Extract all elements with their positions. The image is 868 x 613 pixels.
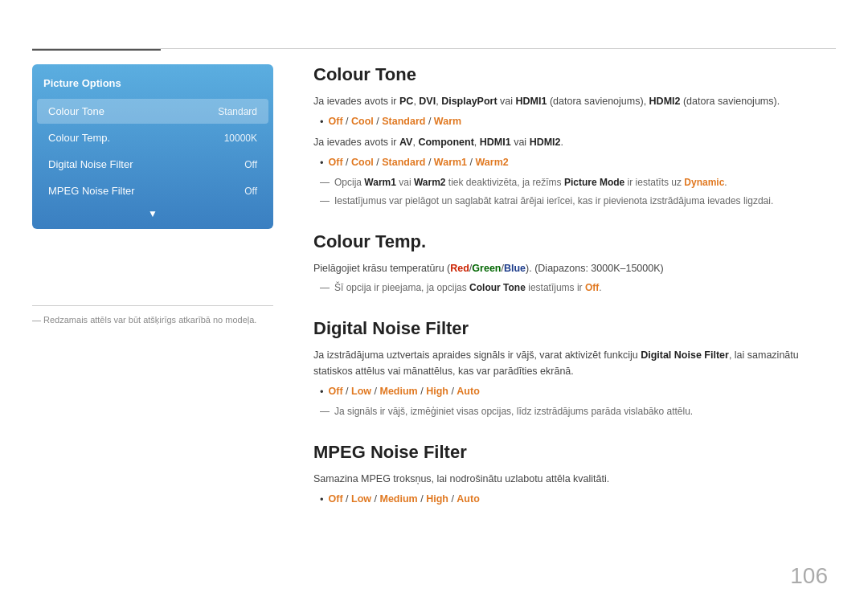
section-mpeg-noise-body: Samazina MPEG troksņus, lai nodrošinātu … [313, 471, 836, 509]
em-dash-2: ― [320, 194, 330, 209]
menu-item-mpeg-noise[interactable]: MPEG Noise Filter Off [37, 178, 268, 203]
colour-temp-para1: Pielāgojiet krāsu temperatūru (Red/Green… [313, 260, 836, 276]
menu-item-mpeg-noise-label: MPEG Noise Filter [48, 185, 135, 197]
section-digital-noise: Digital Noise Filter Ja izstrādājuma uzt… [313, 318, 836, 419]
digital-noise-note1-text: Ja signāls ir vājš, izmēģiniet visas opc… [334, 404, 693, 419]
colour-temp-note1: ― Šī opcija ir pieejama, ja opcijas Colo… [320, 280, 836, 296]
digital-noise-bullet1-text: Off / Low / Medium / High / Auto [329, 383, 480, 399]
colour-temp-note1-text: Šī opcija ir pieejama, ja opcijas Colour… [334, 280, 602, 296]
section-colour-temp-title: Colour Temp. [313, 231, 836, 252]
colour-tone-note2: ― Iestatījumus var pielāgot un saglabāt … [320, 194, 836, 209]
section-colour-tone: Colour Tone Ja ievades avots ir PC, DVI,… [313, 64, 836, 209]
menu-item-digital-noise-label: Digital Noise Filter [48, 158, 133, 170]
colour-tone-bullet1: • Off / Cool / Standard / Warm [320, 113, 836, 131]
left-panel-divider [32, 305, 273, 306]
footnote-text: ― Redzamais attēls var būt atšķirīgs atk… [32, 315, 256, 325]
bullet-dot-1: • [320, 114, 324, 131]
section-digital-noise-title: Digital Noise Filter [313, 318, 836, 339]
menu-item-digital-noise-value: Off [244, 159, 257, 170]
menu-item-colour-temp-value: 10000K [224, 133, 257, 144]
section-digital-noise-body: Ja izstrādājuma uztvertais apraides sign… [313, 347, 836, 419]
page-number: 106 [790, 563, 828, 589]
colour-tone-bullet1-text: Off / Cool / Standard / Warm [329, 113, 462, 129]
menu-item-mpeg-noise-value: Off [244, 186, 257, 197]
menu-scroll-arrow: ▼ [32, 205, 273, 221]
section-colour-temp: Colour Temp. Pielāgojiet krāsu temperatū… [313, 231, 836, 296]
em-dash-1: ― [320, 175, 330, 190]
top-line-full [32, 48, 836, 49]
colour-tone-note1-text: Opcija Warm1 vai Warm2 tiek deaktivizēta… [334, 175, 727, 190]
em-dash-4: ― [320, 404, 330, 419]
section-mpeg-noise-title: MPEG Noise Filter [313, 442, 836, 463]
left-panel: Picture Options Colour Tone Standard Col… [32, 64, 273, 229]
right-content: Colour Tone Ja ievades avots ir PC, DVI,… [313, 64, 836, 531]
digital-noise-bullet1: • Off / Low / Medium / High / Auto [320, 383, 836, 401]
bullet-dot-2: • [320, 155, 324, 172]
bullet-dot-4: • [320, 492, 324, 509]
colour-tone-note1: ― Opcija Warm1 vai Warm2 tiek deaktivizē… [320, 175, 836, 190]
digital-noise-note1: ― Ja signāls ir vājš, izmēģiniet visas o… [320, 404, 836, 419]
picture-options-box: Picture Options Colour Tone Standard Col… [32, 64, 273, 229]
section-mpeg-noise: MPEG Noise Filter Samazina MPEG troksņus… [313, 442, 836, 509]
menu-item-digital-noise[interactable]: Digital Noise Filter Off [37, 152, 268, 177]
section-colour-temp-body: Pielāgojiet krāsu temperatūru (Red/Green… [313, 260, 836, 296]
section-colour-tone-body: Ja ievades avots ir PC, DVI, DisplayPort… [313, 93, 836, 209]
colour-tone-note2-text: Iestatījumus var pielāgot un saglabāt ka… [334, 194, 773, 209]
menu-item-colour-temp-label: Colour Temp. [48, 132, 110, 144]
bullet-dot-3: • [320, 384, 324, 401]
digital-noise-para1: Ja izstrādājuma uztvertais apraides sign… [313, 347, 836, 379]
menu-item-colour-temp[interactable]: Colour Temp. 10000K [37, 125, 268, 150]
em-dash-3: ― [320, 280, 330, 296]
mpeg-noise-bullet1-text: Off / Low / Medium / High / Auto [329, 491, 480, 507]
mpeg-noise-bullet1: • Off / Low / Medium / High / Auto [320, 491, 836, 509]
colour-tone-para2: Ja ievades avots ir AV, Component, HDMI1… [313, 134, 836, 150]
colour-tone-bullet2-text: Off / Cool / Standard / Warm1 / Warm2 [329, 154, 509, 170]
menu-item-colour-tone-value: Standard [218, 106, 257, 117]
colour-tone-bullet2: • Off / Cool / Standard / Warm1 / Warm2 [320, 154, 836, 172]
menu-item-colour-tone-label: Colour Tone [48, 105, 104, 117]
mpeg-noise-para1: Samazina MPEG troksņus, lai nodrošinātu … [313, 471, 836, 487]
menu-item-colour-tone[interactable]: Colour Tone Standard [37, 99, 268, 124]
colour-tone-para1: Ja ievades avots ir PC, DVI, DisplayPort… [313, 93, 836, 109]
picture-options-title: Picture Options [32, 72, 273, 97]
section-colour-tone-title: Colour Tone [313, 64, 836, 85]
